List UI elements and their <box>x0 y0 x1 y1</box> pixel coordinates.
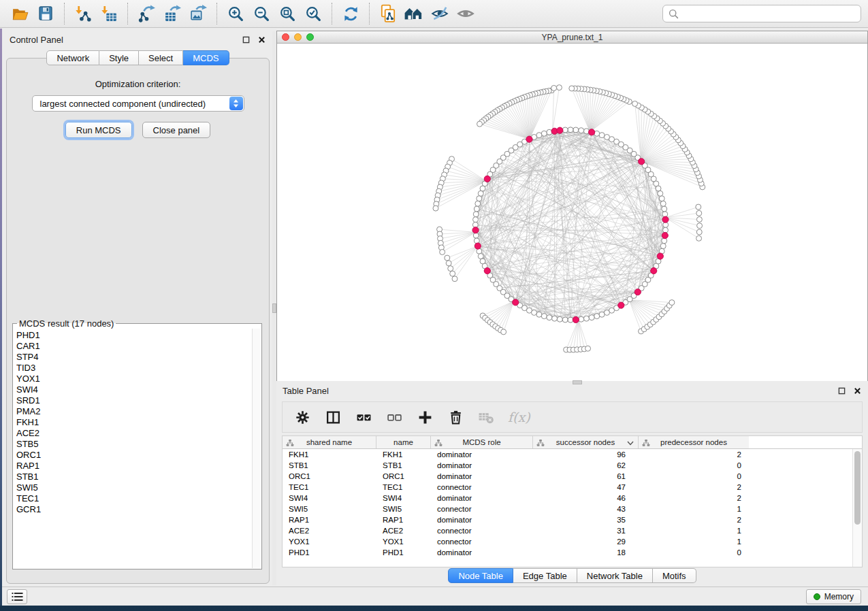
dominator-node[interactable] <box>589 129 595 135</box>
tab-edge-table[interactable]: Edge Table <box>513 568 577 583</box>
dominator-node[interactable] <box>618 302 624 308</box>
mcds-result-item[interactable]: SWI5 <box>16 482 252 493</box>
function-builder-button[interactable]: f(x) <box>508 410 530 425</box>
mcds-result-item[interactable]: CAR1 <box>16 341 252 352</box>
delete-columns-button[interactable] <box>447 408 464 426</box>
window-close-traffic-light[interactable] <box>282 33 289 41</box>
close-panel-button[interactable] <box>257 35 266 44</box>
mcds-result-item[interactable]: FKH1 <box>16 417 252 428</box>
network-node[interactable] <box>473 233 479 238</box>
network-node[interactable] <box>541 131 547 136</box>
network-node[interactable] <box>556 85 562 90</box>
network-node[interactable] <box>662 212 668 217</box>
network-node[interactable] <box>568 127 573 133</box>
network-node[interactable] <box>659 196 664 201</box>
column-header-predecessor-nodes[interactable]: predecessor nodes <box>639 436 749 448</box>
network-node[interactable] <box>585 346 591 351</box>
network-node[interactable] <box>473 217 479 222</box>
mcds-result-item[interactable]: TID3 <box>16 363 252 374</box>
network-node[interactable] <box>599 312 605 317</box>
network-node[interactable] <box>474 206 479 212</box>
tab-select[interactable]: Select <box>139 50 183 65</box>
network-node[interactable] <box>662 227 668 233</box>
network-node[interactable] <box>480 186 485 191</box>
dominator-node[interactable] <box>662 216 669 222</box>
export-image-button[interactable] <box>185 2 211 25</box>
network-node[interactable] <box>696 229 702 235</box>
mcds-result-item[interactable]: PHD1 <box>16 330 252 341</box>
tab-node-table[interactable]: Node Table <box>448 568 513 583</box>
table-settings-button[interactable] <box>293 408 311 426</box>
window-minimize-traffic-light[interactable] <box>294 33 302 41</box>
column-header-shared-name[interactable]: shared name <box>283 436 376 448</box>
network-node[interactable] <box>440 249 445 254</box>
network-node[interactable] <box>475 201 481 206</box>
import-network-button[interactable] <box>70 2 96 25</box>
dominator-node[interactable] <box>573 316 579 323</box>
network-node[interactable] <box>477 121 483 127</box>
float-table-panel-button[interactable] <box>837 386 846 395</box>
show-graphics-button[interactable] <box>453 2 479 25</box>
dominator-node[interactable] <box>639 159 645 165</box>
table-row[interactable]: STB1 STB1 dominator 62 0 <box>283 460 852 471</box>
network-node[interactable] <box>632 101 638 106</box>
table-row[interactable]: SWI5 SWI5 connector 43 1 <box>283 503 852 514</box>
window-maximize-traffic-light[interactable] <box>306 33 314 41</box>
mcds-result-item[interactable]: PMA2 <box>16 406 252 417</box>
network-node[interactable] <box>696 210 702 216</box>
network-node[interactable] <box>660 201 666 206</box>
mcds-result-item[interactable]: GCR1 <box>16 504 252 515</box>
select-all-rows-button[interactable] <box>355 408 372 426</box>
mcds-result-item[interactable]: SWI4 <box>16 384 252 395</box>
network-node[interactable] <box>446 261 451 266</box>
network-node[interactable] <box>547 315 552 320</box>
network-node[interactable] <box>433 205 438 211</box>
tab-motifs[interactable]: Motifs <box>653 568 696 583</box>
network-node[interactable] <box>583 316 589 321</box>
zoom-fit-button[interactable] <box>274 2 300 25</box>
network-node[interactable] <box>541 314 547 319</box>
table-scrollbar-thumb[interactable] <box>854 451 861 525</box>
show-columns-button[interactable] <box>324 408 342 426</box>
network-node[interactable] <box>450 271 455 276</box>
network-node[interactable] <box>473 212 479 217</box>
network-node[interactable] <box>552 316 558 321</box>
network-node[interactable] <box>562 127 568 133</box>
tab-style[interactable]: Style <box>99 50 139 65</box>
dominator-node[interactable] <box>557 127 563 133</box>
dominator-node[interactable] <box>484 267 490 274</box>
network-node[interactable] <box>696 235 702 241</box>
network-node[interactable] <box>532 310 537 315</box>
network-node[interactable] <box>579 128 584 133</box>
search-input[interactable] <box>683 9 855 19</box>
optimization-criterion-select[interactable]: largest connected component (undirected) <box>32 95 244 112</box>
network-node[interactable] <box>536 133 542 138</box>
network-canvas[interactable] <box>277 44 867 381</box>
dominator-node[interactable] <box>651 267 657 274</box>
network-node[interactable] <box>589 315 594 320</box>
close-panel-action-button[interactable]: Close panel <box>142 122 211 138</box>
network-node[interactable] <box>696 216 702 222</box>
table-row[interactable]: TEC1 TEC1 connector 47 2 <box>283 482 852 493</box>
table-row[interactable]: ACE2 ACE2 connector 31 1 <box>283 525 852 536</box>
network-node[interactable] <box>445 255 450 261</box>
mcds-result-item[interactable]: SRD1 <box>16 395 252 406</box>
dominator-node[interactable] <box>526 136 532 142</box>
zoom-in-button[interactable] <box>223 2 248 25</box>
table-row[interactable]: ORC1 ORC1 dominator 61 0 <box>283 471 852 482</box>
tab-mcds[interactable]: MCDS <box>183 50 229 65</box>
deselect-all-rows-button[interactable] <box>385 408 403 426</box>
zoom-selected-button[interactable] <box>300 2 326 25</box>
add-column-button[interactable] <box>416 408 434 426</box>
column-header-name[interactable]: name <box>376 436 431 448</box>
network-node[interactable] <box>452 276 457 282</box>
mcds-result-item[interactable]: STB1 <box>16 472 252 482</box>
network-graph[interactable] <box>277 44 867 381</box>
zoom-out-button[interactable] <box>248 2 274 25</box>
network-node[interactable] <box>573 127 579 133</box>
mcds-result-item[interactable]: TEC1 <box>16 493 252 504</box>
table-row[interactable]: SWI4 SWI4 dominator 46 2 <box>283 493 852 503</box>
network-node[interactable] <box>579 316 584 322</box>
delete-table-button[interactable] <box>477 408 495 426</box>
network-node[interactable] <box>536 312 542 317</box>
